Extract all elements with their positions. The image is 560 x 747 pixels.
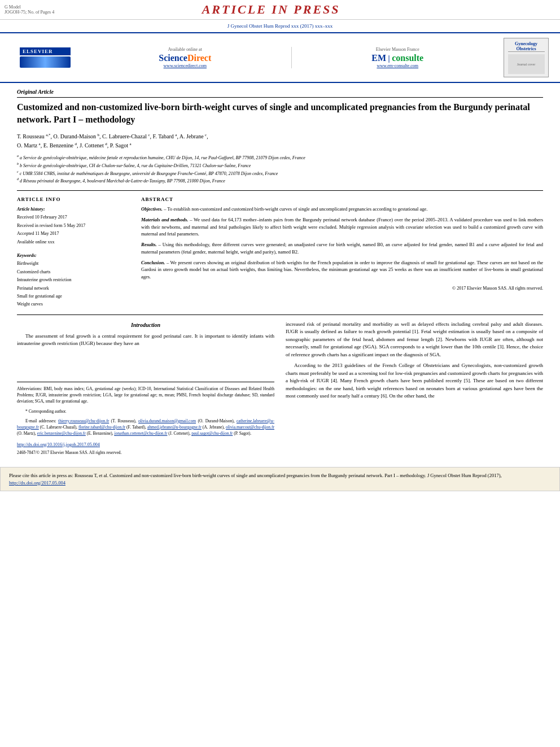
abbreviations: Abbreviations: BMI, body mass index; GA,… xyxy=(17,386,274,405)
email-link-benzenine[interactable]: eric.benzenine@chu-dijon.fr xyxy=(37,431,86,436)
intro-right-para2: According to the 2013 guidelines of the … xyxy=(286,362,543,400)
model-info: G Model JOGOH-75; No. of Pages 4 xyxy=(5,5,54,15)
intro-right-para1: increased risk of perinatal mortality an… xyxy=(286,321,543,359)
body-right-col: increased risk of perinatal mortality an… xyxy=(286,321,543,456)
doi-link[interactable]: http://dx.doi.org/10.1016/j.jogoh.2017.0… xyxy=(17,442,274,448)
article-history: Article history: Received 10 February 20… xyxy=(17,206,130,246)
elsevier-logo: ELSEVIER xyxy=(11,43,79,72)
abstract-results: Results. – Using this methodology, three… xyxy=(141,241,543,256)
email-link-martz[interactable]: olivia.marcout@chu-dijon.fr xyxy=(226,425,274,430)
affiliations: a a Service de gynécologie-obstétrique, … xyxy=(17,154,543,185)
publisher-row: ELSEVIER Available online at ScienceDire… xyxy=(0,33,560,83)
email-link-cottenet[interactable]: jonathan.cottenet@chu-dijon.fr xyxy=(114,431,167,436)
footnotes: Abbreviations: BMI, body mass index; GA,… xyxy=(17,382,274,456)
body-left-col: Introduction The assessment of fetal gro… xyxy=(17,321,274,456)
email-link-durand[interactable]: olivia.durand.maison@gmail.com xyxy=(138,418,196,423)
main-content: Original Article Customized and non-cust… xyxy=(0,83,560,461)
article-info-header: ARTICLE INFO xyxy=(17,196,130,202)
intro-para1: The assessment of fetal growth is a cent… xyxy=(17,333,274,348)
article-info-abstract: ARTICLE INFO Article history: Received 1… xyxy=(17,190,543,309)
top-bar: G Model JOGOH-75; No. of Pages 4 ARTICLE… xyxy=(0,0,560,20)
sciencedirect-name: ScienceDirect xyxy=(96,53,274,63)
email-link-sagot[interactable]: paul.sagot@chu-dijon.fr xyxy=(191,431,233,436)
sciencedirect-url[interactable]: www.sciencedirect.com xyxy=(96,63,274,68)
introduction-title: Introduction xyxy=(17,321,274,329)
issn-line: 2468-7847/© 2017 Elsevier Masson SAS. Al… xyxy=(17,449,274,456)
email-link-jebrane[interactable]: ahmed.jebrane@u-bourgogne.fr xyxy=(147,425,202,430)
body-divider xyxy=(17,314,543,315)
abstract-conclusion: Conclusion. – We present curves showing … xyxy=(141,259,543,281)
authors: T. Rousseau a,*, O. Durand-Maison b, C. … xyxy=(17,132,543,151)
email-link-tabard[interactable]: florine.tabard@chu-dijon.fr xyxy=(78,425,125,430)
corresponding-author: * Corresponding author. xyxy=(17,408,274,414)
em-logo: EM | consulte xyxy=(309,53,487,63)
abstract-col: ABSTRACT Objectives. – To establish non-… xyxy=(141,196,543,309)
sciencedirect-box: Available online at ScienceDirect www.sc… xyxy=(79,47,292,68)
article-in-press-banner: ARTICLE IN PRESS xyxy=(54,2,488,17)
citation-bar: Please cite this article in press as: Ro… xyxy=(0,467,560,492)
email-addresses: E-mail addresses: thierry.rousseau@chu-d… xyxy=(17,418,274,437)
abstract-header: ABSTRACT xyxy=(141,196,543,202)
keywords: Keywords: Birthweight Customized charts … xyxy=(17,252,130,309)
article-info-col: ARTICLE INFO Article history: Received 1… xyxy=(17,196,130,309)
journal-thumbnail: GynecologyObstetrics Journal cover xyxy=(504,38,549,77)
body-two-col: Introduction The assessment of fetal gro… xyxy=(17,321,543,456)
abstract-materials: Materials and methods. – We used data fo… xyxy=(141,216,543,238)
email-link-rousseau[interactable]: thierry.rousseau@chu-dijon.fr xyxy=(58,418,109,423)
emconsulte-box: Elsevier Masson France EM | consulte www… xyxy=(292,47,504,68)
emconsulte-url[interactable]: www.em-consulte.com xyxy=(309,63,487,68)
copyright: © 2017 Elsevier Masson SAS. All rights r… xyxy=(141,285,543,292)
abstract-text: Objectives. – To establish non-customize… xyxy=(141,206,543,292)
citation-doi-link[interactable]: http://dx.doi.org/2017.05.004 xyxy=(9,480,65,486)
abstract-objectives: Objectives. – To establish non-customize… xyxy=(141,206,543,213)
journal-banner: J Gynecol Obstet Hum Reprod xxx (2017) x… xyxy=(0,20,560,33)
article-type: Original Article xyxy=(17,89,543,98)
article-title: Customized and non-customized live-born … xyxy=(17,101,543,126)
